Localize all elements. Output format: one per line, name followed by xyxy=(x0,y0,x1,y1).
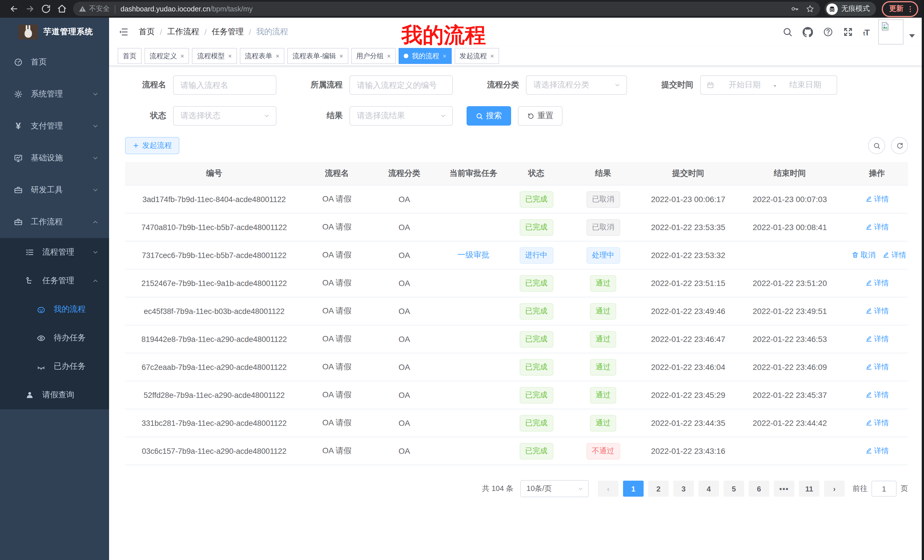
sidebar-item-label: 流程管理 xyxy=(42,247,74,258)
详情-action-link[interactable]: 详情 xyxy=(865,362,889,372)
cell-status: 已完成 xyxy=(509,185,564,213)
sidebar-item-工作流程[interactable]: 工作流程 xyxy=(0,206,109,238)
tab-流程表单[interactable]: 流程表单× xyxy=(240,48,285,64)
page-button-3[interactable]: 3 xyxy=(673,481,694,497)
详情-action-link[interactable]: 详情 xyxy=(865,446,889,456)
user-avatar[interactable] xyxy=(878,19,903,45)
search-icon[interactable] xyxy=(783,27,793,37)
详情-action-link[interactable]: 详情 xyxy=(882,250,906,260)
tab-流程表单-编辑[interactable]: 流程表单-编辑× xyxy=(288,48,348,64)
help-icon[interactable] xyxy=(823,27,834,37)
bookmark-star-icon[interactable] xyxy=(806,4,814,13)
address-bar[interactable]: 不安全 dashboard.yudao.iocoder.cn /bpm/task… xyxy=(73,2,820,16)
详情-action-link[interactable]: 详情 xyxy=(865,334,889,344)
reset-button[interactable]: 重置 xyxy=(518,106,562,126)
sidebar-item-首页[interactable]: 首页 xyxy=(0,46,109,78)
password-key-icon[interactable] xyxy=(790,4,799,13)
sidebar-item-支付管理[interactable]: ¥支付管理 xyxy=(0,110,109,142)
sidebar-item-系统管理[interactable]: 系统管理 xyxy=(0,78,109,110)
browser-menu-dots-icon[interactable] xyxy=(906,5,914,13)
submit-time-range[interactable]: 开始日期 - 结束日期 xyxy=(700,75,837,95)
tab-发起流程[interactable]: 发起流程× xyxy=(454,48,499,64)
详情-action-link[interactable]: 详情 xyxy=(865,222,889,232)
url-path: /bpm/task/my xyxy=(210,5,253,13)
status-badge: 已完成 xyxy=(519,191,553,208)
next-page-button[interactable]: › xyxy=(824,481,844,497)
page-button-5[interactable]: 5 xyxy=(723,481,744,497)
详情-action-link[interactable]: 详情 xyxy=(865,418,889,428)
sidebar-item-研发工具[interactable]: 研发工具 xyxy=(0,174,109,206)
tab-流程模型[interactable]: 流程模型× xyxy=(192,48,237,64)
close-tab-icon[interactable]: × xyxy=(339,53,343,59)
sidebar-item-流程管理[interactable]: 流程管理 xyxy=(0,238,109,267)
sidebar-item-待办任务[interactable]: 待办任务 xyxy=(0,324,109,352)
prev-page-button[interactable]: ‹ xyxy=(598,481,618,497)
详情-action-link[interactable]: 详情 xyxy=(865,390,889,400)
cell-result: 已取消 xyxy=(564,213,642,241)
sidebar-item-任务管理[interactable]: 任务管理 xyxy=(0,267,109,295)
sidebar-item-已办任务[interactable]: 已办任务 xyxy=(0,352,109,381)
show-search-button[interactable] xyxy=(868,137,885,154)
close-tab-icon[interactable]: × xyxy=(228,53,232,59)
page-size-select[interactable]: 10条/页 xyxy=(520,480,589,497)
forward-icon[interactable] xyxy=(23,2,36,16)
page-button-1[interactable]: 1 xyxy=(623,481,644,497)
cell-category: OA xyxy=(370,269,438,297)
page-button-11[interactable]: 11 xyxy=(799,481,819,497)
sidebar-item-请假查询[interactable]: 请假查询 xyxy=(0,381,109,409)
page-button-2[interactable]: 2 xyxy=(648,481,669,497)
tab-用户分组[interactable]: 用户分组× xyxy=(351,48,396,64)
详情-action-link[interactable]: 详情 xyxy=(865,194,889,204)
close-tab-icon[interactable]: × xyxy=(490,53,494,59)
sidebar-item-基础设施[interactable]: 基础设施 xyxy=(0,142,109,174)
category-select[interactable]: 请选择流程分类 xyxy=(526,75,627,95)
page-button-6[interactable]: 6 xyxy=(748,481,769,497)
jump-page-input[interactable] xyxy=(872,481,897,497)
breadcrumb-item[interactable]: 工作流程 xyxy=(167,27,199,37)
cell-actions: 详情 xyxy=(846,213,908,241)
cell-actions: 详情 xyxy=(846,185,908,213)
search-button[interactable]: 搜索 xyxy=(466,106,511,126)
create-process-button[interactable]: 发起流程 xyxy=(125,137,179,154)
close-tab-icon[interactable]: × xyxy=(442,53,446,59)
collapse-sidebar-icon[interactable] xyxy=(118,27,129,37)
tab-首页[interactable]: 首页 xyxy=(118,48,142,64)
status-placeholder: 请选择状态 xyxy=(180,111,220,121)
more-pages-button[interactable]: ••• xyxy=(774,481,794,497)
详情-action-link[interactable]: 详情 xyxy=(865,278,889,288)
current-task-link[interactable]: 一级审批 xyxy=(458,250,489,259)
not-secure-warning-icon xyxy=(79,5,86,13)
sidebar-logo-row[interactable]: 芋道管理系统 xyxy=(0,18,109,46)
tab-流程定义[interactable]: 流程定义× xyxy=(144,48,189,64)
tags-view-bar: 首页流程定义×流程模型×流程表单×流程表单-编辑×用户分组×我的流程×发起流程× xyxy=(109,46,924,66)
refresh-table-button[interactable] xyxy=(891,137,908,154)
status-select[interactable]: 请选择状态 xyxy=(173,106,276,126)
cell-process-id: 819442e8-7b9a-11ec-a290-acde48001122 xyxy=(125,325,303,353)
home-icon[interactable] xyxy=(55,2,69,16)
definition-input[interactable] xyxy=(350,81,452,90)
sidebar-item-我的流程[interactable]: 我的流程 xyxy=(0,295,109,324)
详情-action-link[interactable]: 详情 xyxy=(865,306,889,316)
result-select[interactable]: 请选择流结果 xyxy=(350,106,453,126)
取消-action-link[interactable]: 取消 xyxy=(852,250,876,260)
chevron-down-icon xyxy=(92,187,99,193)
reload-icon[interactable] xyxy=(39,2,52,16)
breadcrumb-item[interactable]: 首页 xyxy=(139,27,155,37)
table-row: 3ad174fb-7b9d-11ec-8404-acde48001122OA 请… xyxy=(125,185,908,213)
page-button-4[interactable]: 4 xyxy=(698,481,719,497)
name-input[interactable] xyxy=(174,81,276,90)
fullscreen-icon[interactable] xyxy=(843,27,854,37)
back-icon[interactable] xyxy=(7,2,21,16)
github-icon[interactable] xyxy=(802,27,813,37)
avatar-dropdown-caret-icon[interactable] xyxy=(909,34,915,38)
breadcrumb-item[interactable]: 任务管理 xyxy=(212,27,244,37)
action-label: 详情 xyxy=(874,390,889,400)
close-tab-icon[interactable]: × xyxy=(180,53,184,59)
cell-current-task xyxy=(438,437,509,465)
tab-我的流程[interactable]: 我的流程× xyxy=(399,48,452,64)
window-scrollbar[interactable] xyxy=(922,0,924,560)
close-tab-icon[interactable]: × xyxy=(387,53,391,59)
font-size-icon[interactable]: tT xyxy=(863,27,869,37)
chrome-update-button[interactable]: 更新 xyxy=(882,1,918,17)
close-tab-icon[interactable]: × xyxy=(276,53,279,59)
